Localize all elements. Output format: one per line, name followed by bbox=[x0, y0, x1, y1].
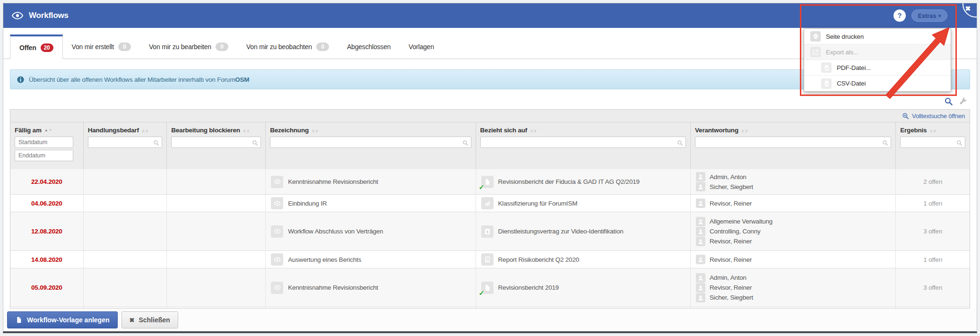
person-icon bbox=[696, 283, 705, 293]
person-icon bbox=[696, 172, 705, 181]
eye-icon bbox=[271, 197, 283, 209]
related-item-name: Revisionsbericht der Fiducia & GAD IT AG… bbox=[498, 178, 640, 185]
menu-item-csv-datei[interactable]: xCSV-Datei bbox=[804, 76, 951, 91]
svg-text:A: A bbox=[825, 67, 827, 69]
table-row[interactable]: 14.08.2020Auswertung eines BerichtsRepor… bbox=[10, 251, 970, 268]
handlungsbedarf-cell bbox=[83, 251, 167, 268]
filter-input-ergebnis[interactable] bbox=[900, 137, 965, 148]
result-status: 1 offen bbox=[896, 195, 970, 212]
sort-icon: ▲▼ bbox=[44, 128, 53, 132]
person-icon bbox=[696, 293, 705, 302]
start-date-input[interactable] bbox=[15, 137, 73, 148]
tab-von-mir-zu-bearbeiten[interactable]: Von mir zu bearbeiten0 bbox=[140, 34, 237, 59]
person-name: Allgemeine Verwaltung bbox=[710, 218, 772, 225]
related-item-name: Klassifizierung für ForumISM bbox=[498, 200, 578, 207]
column-filter bbox=[695, 137, 891, 148]
filter-input-bearbeitung-blockieren[interactable] bbox=[171, 137, 261, 148]
workflow-name: Kenntnisnahme Revisionsbericht bbox=[288, 284, 378, 291]
report-icon bbox=[481, 253, 494, 266]
column-header-ergebnis[interactable]: Ergebnis∧∨ bbox=[896, 122, 970, 135]
sort-icon: ∧∨ bbox=[243, 129, 250, 133]
document-icon: ✓ bbox=[481, 176, 494, 188]
column-header-f-llig-am[interactable]: Fällig am▲▼ bbox=[10, 122, 83, 135]
tab-von-mir-zu-beobachten[interactable]: Von mir zu beobachten0 bbox=[237, 34, 338, 59]
person-name: Revisor, Reiner bbox=[710, 238, 752, 245]
tab-offen[interactable]: Offen20 bbox=[10, 34, 63, 59]
close-x-icon: ✖ bbox=[130, 317, 135, 324]
workflow-name: Einbindung IR bbox=[288, 200, 327, 207]
search-icon[interactable] bbox=[944, 97, 953, 106]
column-header-bearbeitung-blockieren[interactable]: Bearbeitung blockieren∧∨ bbox=[167, 122, 266, 135]
printer-icon bbox=[810, 31, 821, 42]
person-name: Sicher, Siegbert bbox=[710, 183, 753, 190]
help-button[interactable]: ? bbox=[893, 9, 906, 22]
column-header-bezeichnung[interactable]: Bezeichnung∧∨ bbox=[266, 122, 476, 135]
tab-von-mir-erstellt[interactable]: Von mir erstellt0 bbox=[63, 34, 140, 59]
column-header-handlungsbedarf[interactable]: Handlungsbedarf∧∨ bbox=[83, 122, 167, 135]
bearbeitung-cell bbox=[167, 268, 266, 307]
bearbeitung-cell bbox=[167, 251, 266, 268]
column-header-bezieht-sich-auf[interactable]: Bezieht sich auf∧∨ bbox=[476, 122, 690, 135]
result-status: 1 offen bbox=[896, 251, 970, 268]
table-row[interactable]: 04.06.2020Einbindung IRKlassifizierung f… bbox=[10, 195, 970, 212]
tab-label: Von mir zu bearbeiten bbox=[149, 43, 211, 51]
table-row[interactable]: 12.08.2020Workflow Abschluss von Verträg… bbox=[10, 212, 970, 251]
table-row[interactable]: 22.04.2020Kenntnisnahme Revisionsbericht… bbox=[10, 169, 970, 195]
sort-icon: ∧∨ bbox=[142, 129, 149, 133]
person-icon bbox=[696, 198, 705, 208]
menu-item-label: Export als... bbox=[826, 49, 859, 56]
column-label: Verantwortung bbox=[695, 127, 738, 134]
responsible-person: Sicher, Siegbert bbox=[696, 182, 890, 191]
info-icon bbox=[17, 76, 25, 84]
menu-item-pdf-datei[interactable]: APDF-Datei... bbox=[804, 60, 951, 76]
filter-cell bbox=[10, 135, 83, 169]
tab-count-badge: 0 bbox=[216, 43, 228, 51]
workflow-name-cell: Auswertung eines Berichts bbox=[266, 251, 476, 268]
magnifier-icon bbox=[462, 139, 468, 148]
fulltext-search-link[interactable]: Volltextsuche öffnen bbox=[902, 112, 965, 120]
person-icon bbox=[696, 182, 705, 191]
tab-vorlagen[interactable]: Vorlagen bbox=[399, 34, 443, 59]
close-dialog-button[interactable]: ✖ Schließen bbox=[121, 311, 178, 328]
filter-input-verantwortung[interactable] bbox=[695, 137, 891, 148]
column-label: Fällig am bbox=[15, 127, 42, 134]
end-date-input[interactable] bbox=[15, 150, 73, 161]
workflow-name-cell: Einbindung IR bbox=[266, 195, 476, 212]
filter-input-bezieht-sich-auf[interactable] bbox=[480, 137, 686, 148]
workflow-name: Kenntnisnahme Revisionsbericht bbox=[288, 178, 378, 185]
close-button[interactable]: ✖ bbox=[955, 3, 977, 22]
filter-input-bezeichnung[interactable] bbox=[270, 137, 471, 148]
column-filter bbox=[171, 137, 261, 148]
tab-count-badge: 0 bbox=[316, 43, 329, 51]
column-label: Bezieht sich auf bbox=[480, 127, 528, 134]
extras-button[interactable]: Extras ▾ bbox=[911, 9, 947, 22]
table-toolbar bbox=[13, 96, 967, 106]
due-date: 04.06.2020 bbox=[10, 195, 83, 212]
column-filter bbox=[88, 137, 163, 148]
page-title: Workflows bbox=[29, 11, 69, 20]
column-header-verantwortung[interactable]: Verantwortung∧∨ bbox=[691, 122, 896, 135]
info-text: Übersicht über alle offenen Workflows al… bbox=[29, 76, 249, 83]
tab-abgeschlossen[interactable]: Abgeschlossen bbox=[338, 34, 399, 59]
person-name: Revisor, Reiner bbox=[710, 256, 752, 263]
workflows-window: Workflows ? Extras ▾ ✖ Offen20Von mir er… bbox=[0, 0, 980, 336]
filter-input-handlungsbedarf[interactable] bbox=[88, 137, 163, 148]
magnifier-icon bbox=[677, 139, 683, 148]
create-workflow-template-button[interactable]: Workflow-Vorlage anlegen bbox=[7, 311, 118, 328]
tab-label: Offen bbox=[19, 44, 36, 52]
person-icon bbox=[696, 237, 705, 246]
wrench-icon[interactable] bbox=[959, 97, 967, 105]
magnifier-icon bbox=[882, 139, 888, 148]
related-item-name: Dienstleistungsvertrag zur Video-Identif… bbox=[498, 228, 624, 235]
bearbeitung-cell bbox=[167, 195, 266, 212]
menu-item-seite-drucken[interactable]: Seite drucken bbox=[804, 29, 951, 44]
menu-item-label: PDF-Datei... bbox=[837, 64, 871, 71]
responsible-cell: Revisor, Reiner bbox=[691, 251, 896, 268]
table-row[interactable]: 05.09.2020Kenntnisnahme Revisionsbericht… bbox=[10, 268, 970, 307]
handlungsbedarf-cell bbox=[83, 195, 167, 212]
workflow-table: Volltextsuche öffnen Fällig am▲▼Handlung… bbox=[10, 109, 970, 309]
check-icon: ✓ bbox=[479, 289, 485, 297]
footer-bar: Workflow-Vorlage anlegen ✖ Schließen bbox=[3, 309, 977, 331]
person-name: Revisor, Reiner bbox=[710, 284, 752, 291]
responsible-person: Allgemeine Verwaltung bbox=[696, 217, 890, 226]
